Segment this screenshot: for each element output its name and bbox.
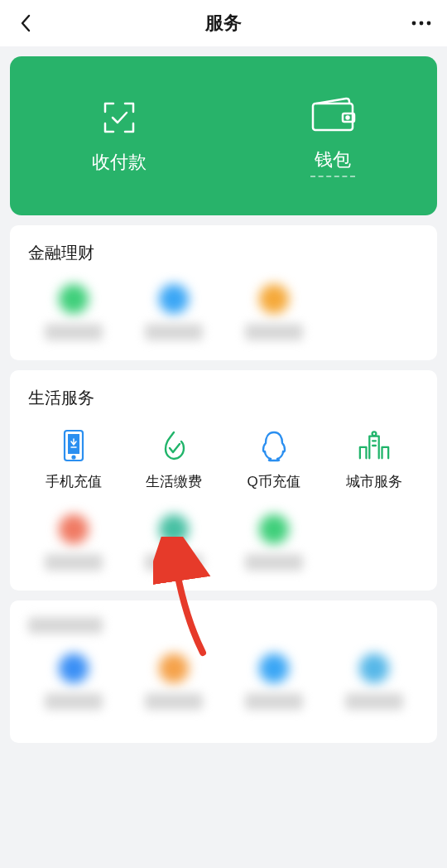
more-icon[interactable] [409,21,434,26]
blurred-label [45,324,103,340]
svg-point-5 [346,117,348,119]
pay-receive-button[interactable]: 收付款 [92,97,147,175]
finance-section: 金融理财 [10,225,437,360]
back-icon[interactable] [13,14,38,32]
blurred-label [345,693,403,710]
blurred-icon [59,284,89,314]
blurred-label [145,693,203,710]
blurred-icon [59,514,89,544]
svg-point-2 [427,22,431,26]
blurred-icon [259,653,289,683]
wallet-icon [310,94,356,136]
blurred-icon [159,284,189,314]
pay-receive-icon [99,97,140,138]
utility-bills-button[interactable]: 生活缴费 [132,429,215,491]
qq-penguin-icon [257,429,291,462]
life-services-section: 生活服务 手机充值 生活缴费 [10,370,437,591]
blurred-icon [59,653,89,683]
bottom-item-blurred[interactable] [333,653,416,710]
svg-point-1 [420,22,424,26]
blurred-label [45,554,103,571]
blurred-label [145,554,203,571]
qcoin-topup-label: Q币充值 [247,472,300,491]
life-item-blurred[interactable] [32,514,115,571]
finance-item-blurred[interactable] [32,284,115,340]
qcoin-topup-button[interactable]: Q币充值 [233,429,315,491]
city-services-label: 城市服务 [346,472,402,491]
mobile-topup-button[interactable]: 手机充值 [32,429,115,491]
blurred-icon [259,284,289,314]
phone-icon [57,429,90,462]
wallet-button[interactable]: 钱包 [310,94,356,177]
bottom-item-blurred[interactable] [132,653,215,710]
finance-section-title: 金融理财 [23,242,424,264]
bottom-item-blurred[interactable] [233,653,315,710]
blurred-label [45,693,103,710]
blurred-icon [159,653,189,683]
blurred-label [28,617,103,634]
blurred-section-title [23,617,424,634]
blurred-label [245,693,303,710]
blurred-icon [359,653,389,683]
svg-point-9 [372,432,376,436]
flame-check-icon [157,429,190,462]
life-item-blurred[interactable] [233,514,315,571]
life-item-blurred[interactable] [132,514,215,571]
wallet-underline [310,176,355,177]
blurred-label [245,324,303,340]
blurred-icon [259,514,289,544]
blurred-label [145,324,203,340]
blurred-label [245,554,303,571]
blurred-icon [159,514,189,544]
bottom-section-partial [10,600,437,743]
city-buildings-icon [358,429,391,462]
city-services-button[interactable]: 城市服务 [333,429,416,491]
svg-point-0 [412,22,416,26]
mobile-topup-label: 手机充值 [46,472,102,491]
finance-item-blurred[interactable] [132,284,215,340]
finance-item-blurred[interactable] [233,284,315,340]
life-item-blurred [333,514,416,571]
header-bar: 服务 [0,0,447,46]
page-title: 服务 [38,11,409,36]
pay-receive-label: 收付款 [92,150,147,175]
finance-item-blurred [333,284,416,340]
bottom-item-blurred[interactable] [32,653,115,710]
svg-point-8 [72,456,74,459]
life-section-title: 生活服务 [23,387,424,409]
payment-wallet-card: 收付款 钱包 [10,56,437,215]
utility-bills-label: 生活缴费 [146,472,202,491]
wallet-label: 钱包 [315,147,351,172]
